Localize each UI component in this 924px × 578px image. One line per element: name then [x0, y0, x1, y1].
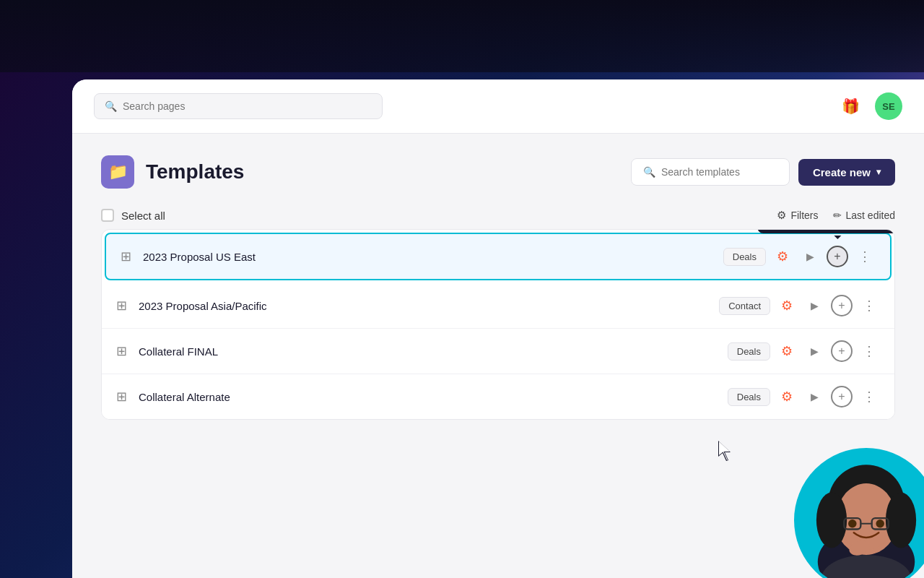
hubspot-icon: ⚙: [772, 246, 793, 267]
filters-label: Filters: [790, 210, 818, 221]
toolbar-row: Select all ⚙ Filters ✏ Last edited: [101, 209, 895, 222]
pencil-icon: ✏: [833, 210, 842, 221]
search-pages-container: 🔍: [94, 93, 383, 119]
svg-point-6: [816, 493, 847, 548]
create-new-button[interactable]: Create new ▾: [798, 159, 895, 186]
add-button[interactable]: + Assign engagement algorithm: [827, 246, 848, 267]
select-all-checkbox[interactable]: [101, 209, 114, 222]
template-row[interactable]: ⊞ Collateral Alternate Deals ⚙ ▶ + ⋮: [102, 374, 894, 419]
template-icon: ⊞: [116, 298, 127, 314]
hubspot-sprocket-icon: ⚙: [777, 249, 788, 264]
template-icon: ⊞: [121, 249, 131, 264]
more-options-button[interactable]: ⋮: [858, 386, 880, 407]
hubspot-sprocket-icon: ⚙: [781, 298, 793, 314]
create-new-label: Create new: [813, 166, 871, 178]
plus-icon: +: [838, 299, 845, 312]
filters-button[interactable]: ⚙ Filters: [777, 209, 818, 222]
template-row[interactable]: ⊞ 2023 Proposal US East Deals ⚙ ▶ + Assi…: [105, 233, 892, 280]
title-actions: 🔍 Create new ▾: [631, 158, 895, 186]
add-button[interactable]: +: [831, 386, 853, 407]
svg-point-11: [848, 519, 857, 528]
filters-icon: ⚙: [777, 209, 786, 222]
search-templates-input[interactable]: [661, 166, 777, 178]
hubspot-sprocket-icon: ⚙: [781, 389, 793, 405]
search-pages-wrapper: 🔍: [94, 93, 383, 119]
create-new-chevron: ▾: [876, 167, 881, 177]
card-header: 🔍 🎁 SE: [72, 79, 924, 134]
hubspot-sprocket-icon: ⚙: [781, 343, 793, 359]
search-pages-icon: 🔍: [105, 100, 117, 112]
tooltip: Assign engagement algorithm: [757, 229, 895, 233]
template-name: 2023 Proposal Asia/Pacific: [139, 300, 719, 312]
tag-badge: Contact: [719, 297, 770, 315]
select-all-label[interactable]: Select all: [121, 210, 165, 222]
hubspot-icon: ⚙: [776, 340, 798, 362]
folder-emoji: 📁: [108, 163, 128, 181]
arrow-button[interactable]: ▶: [799, 246, 821, 267]
page-title: Templates: [146, 160, 244, 184]
header-right: 🎁 SE: [837, 92, 902, 120]
template-actions: Contact ⚙ ▶ + ⋮: [719, 295, 880, 316]
top-bar: [0, 0, 924, 72]
svg-point-12: [876, 519, 884, 528]
search-templates-container: 🔍: [631, 158, 790, 186]
more-options-button[interactable]: ⋮: [854, 246, 876, 267]
plus-icon: +: [838, 390, 845, 403]
template-actions: Deals ⚙ ▶ + Assign engagement algorithm …: [723, 246, 876, 267]
arrow-button[interactable]: ▶: [803, 386, 825, 407]
more-options-button[interactable]: ⋮: [858, 340, 880, 362]
content-area: 📁 Templates 🔍 Create new ▾ Select all: [72, 134, 924, 441]
add-button[interactable]: +: [831, 295, 853, 316]
plus-icon: +: [838, 345, 845, 358]
svg-point-7: [886, 493, 916, 548]
tag-badge: Deals: [728, 342, 770, 361]
folder-icon: 📁: [101, 155, 134, 189]
mouse-cursor: [718, 441, 736, 464]
template-actions: Deals ⚙ ▶ + ⋮: [728, 386, 880, 407]
template-icon: ⊞: [116, 343, 127, 359]
main-card: 🔍 🎁 SE 📁 Templates 🔍: [72, 79, 924, 578]
arrow-button[interactable]: ▶: [803, 340, 825, 362]
template-row[interactable]: ⊞ 2023 Proposal Asia/Pacific Contact ⚙ ▶…: [102, 283, 894, 329]
template-name: Collateral Alternate: [139, 391, 728, 403]
template-row[interactable]: ⊞ Collateral FINAL Deals ⚙ ▶ + ⋮: [102, 329, 894, 374]
avatar-initials: SE: [882, 101, 894, 112]
template-icon: ⊞: [116, 389, 127, 405]
add-button[interactable]: +: [831, 340, 853, 362]
search-pages-input[interactable]: [123, 100, 372, 112]
select-all-wrapper: Select all: [101, 209, 165, 222]
template-name: Collateral FINAL: [139, 345, 728, 358]
hubspot-icon: ⚙: [776, 386, 798, 407]
tag-badge: Deals: [728, 388, 770, 406]
toolbar-right: ⚙ Filters ✏ Last edited: [777, 209, 895, 222]
gift-icon: 🎁: [842, 98, 860, 115]
hubspot-icon: ⚙: [776, 295, 798, 316]
person-avatar-circle: [794, 448, 924, 578]
template-list: ⊞ 2023 Proposal US East Deals ⚙ ▶ + Assi…: [101, 229, 895, 420]
title-row: 📁 Templates 🔍 Create new ▾: [101, 155, 895, 189]
tag-badge: Deals: [723, 248, 766, 266]
avatar[interactable]: SE: [875, 92, 902, 120]
arrow-button[interactable]: ▶: [803, 295, 825, 316]
template-actions: Deals ⚙ ▶ + ⋮: [728, 340, 880, 362]
template-name: 2023 Proposal US East: [143, 251, 723, 263]
search-templates-icon: 🔍: [643, 166, 655, 178]
more-options-button[interactable]: ⋮: [858, 295, 880, 316]
last-edited-button[interactable]: ✏ Last edited: [833, 210, 896, 221]
last-edited-label: Last edited: [846, 210, 896, 221]
gift-icon-button[interactable]: 🎁: [837, 93, 863, 119]
plus-icon: +: [834, 250, 840, 263]
